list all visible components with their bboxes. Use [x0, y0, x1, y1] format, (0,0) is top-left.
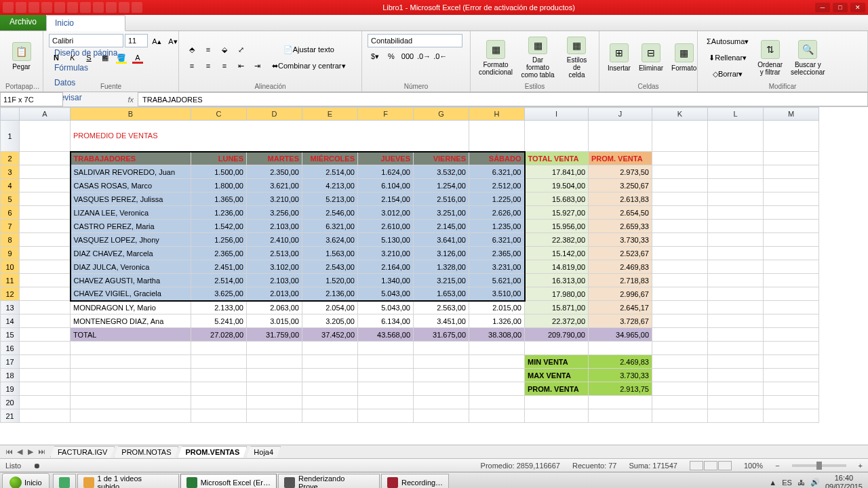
cell[interactable]: [302, 382, 358, 396]
tray-expand-icon[interactable]: ▲: [769, 479, 776, 487]
cell[interactable]: [191, 382, 247, 396]
cell[interactable]: VASQUES PEREZ, Julissa: [71, 192, 191, 206]
cell[interactable]: 3.730,33: [589, 233, 652, 247]
align-center-button[interactable]: ≡: [201, 58, 216, 73]
column-header[interactable]: A: [20, 108, 71, 121]
cell[interactable]: [708, 179, 764, 192]
align-left-button[interactable]: ≡: [184, 58, 199, 73]
cell[interactable]: [191, 369, 247, 382]
cell[interactable]: [652, 179, 708, 192]
cell[interactable]: 2.718,83: [589, 274, 652, 287]
cell[interactable]: 2.659,33: [589, 220, 652, 233]
zoom-slider[interactable]: [792, 464, 846, 467]
cell[interactable]: 2.451,00: [191, 260, 247, 274]
cell[interactable]: CHAVEZ AGUSTI, Martha: [71, 274, 191, 287]
spreadsheet[interactable]: ABCDEFGHIJKLM1PROMEDIO DE VENTAS2TRABAJA…: [0, 107, 868, 445]
row-header[interactable]: 11: [1, 274, 20, 287]
cell[interactable]: 2.365,00: [191, 247, 247, 260]
cell[interactable]: 4.213,00: [302, 179, 358, 192]
cell[interactable]: 3.641,00: [414, 233, 469, 247]
cell[interactable]: PROM. VENTA: [525, 382, 589, 396]
cell[interactable]: [191, 355, 247, 369]
qat-sort-asc-icon[interactable]: [93, 2, 104, 13]
cell[interactable]: [20, 165, 71, 179]
cell[interactable]: 2.973,50: [589, 165, 652, 179]
cell[interactable]: 2.469,83: [589, 355, 652, 369]
percent-button[interactable]: %: [384, 49, 399, 64]
cell[interactable]: MIÉRCOLES: [302, 152, 358, 165]
fill-button[interactable]: ⬇ Rellenar ▾: [703, 50, 752, 65]
cell[interactable]: 3.621,00: [247, 179, 302, 192]
cell[interactable]: [414, 355, 469, 369]
cell[interactable]: TOTAL: [71, 328, 191, 342]
zoom-out-button[interactable]: −: [775, 462, 779, 470]
cell[interactable]: [20, 328, 71, 342]
cell[interactable]: 6.321,00: [469, 165, 525, 179]
cell[interactable]: [708, 247, 764, 260]
cell[interactable]: [20, 260, 71, 274]
cell[interactable]: 3.624,00: [302, 233, 358, 247]
cell[interactable]: 3.102,00: [247, 260, 302, 274]
cell[interactable]: [764, 260, 819, 274]
wrap-text-button[interactable]: 📄 Ajustar texto: [267, 42, 351, 57]
qat-sort-desc-icon[interactable]: [106, 2, 117, 13]
cell[interactable]: [589, 342, 652, 355]
row-header[interactable]: 4: [1, 179, 20, 192]
cell[interactable]: [764, 179, 819, 192]
cell[interactable]: [764, 409, 819, 423]
cell[interactable]: [469, 342, 525, 355]
sheet-nav-last-icon[interactable]: ⏭: [37, 447, 46, 456]
cell[interactable]: [764, 192, 819, 206]
row-header[interactable]: 8: [1, 233, 20, 247]
cell[interactable]: [302, 355, 358, 369]
decrease-decimal-button[interactable]: .0←: [433, 49, 448, 64]
cell[interactable]: 2.546,00: [302, 206, 358, 220]
cell[interactable]: [302, 369, 358, 382]
cell[interactable]: 3.728,67: [589, 314, 652, 328]
cell[interactable]: LIZANA LEE, Veronica: [71, 206, 191, 220]
cell[interactable]: LUNES: [191, 152, 247, 165]
cell[interactable]: 1.365,00: [191, 192, 247, 206]
cell[interactable]: [20, 233, 71, 247]
cell[interactable]: [764, 328, 819, 342]
cell[interactable]: [20, 247, 71, 260]
cell[interactable]: [71, 342, 191, 355]
cell[interactable]: 1.340,00: [358, 274, 414, 287]
cell[interactable]: [469, 409, 525, 423]
minimize-button[interactable]: ─: [815, 3, 830, 12]
column-header[interactable]: H: [469, 108, 525, 121]
cell[interactable]: [358, 396, 414, 409]
cell[interactable]: [247, 409, 302, 423]
cell[interactable]: 2.654,50: [589, 206, 652, 220]
taskbar-item[interactable]: Renderizando Proye…: [278, 474, 380, 489]
view-break-button[interactable]: [718, 461, 732, 470]
cell[interactable]: [764, 165, 819, 179]
underline-button[interactable]: S: [81, 50, 96, 65]
cell[interactable]: PROMEDIO DE VENTAS: [71, 121, 469, 152]
qat-print-icon[interactable]: [67, 2, 78, 13]
cell[interactable]: VIERNES: [414, 152, 469, 165]
cell[interactable]: [652, 247, 708, 260]
cell[interactable]: [652, 287, 708, 301]
row-header[interactable]: 7: [1, 220, 20, 233]
cell[interactable]: 3.250,67: [589, 179, 652, 192]
cell[interactable]: [764, 396, 819, 409]
cell[interactable]: [764, 233, 819, 247]
zoom-in-button[interactable]: +: [859, 462, 863, 470]
qat-filter-icon[interactable]: [119, 2, 130, 13]
start-button[interactable]: Inicio: [2, 473, 50, 489]
qat-open-icon[interactable]: [54, 2, 65, 13]
row-header[interactable]: 5: [1, 192, 20, 206]
cell[interactable]: 2.103,00: [247, 274, 302, 287]
delete-cells-button[interactable]: ⊟Eliminar: [636, 35, 666, 80]
cell[interactable]: [358, 369, 414, 382]
cell[interactable]: 19.504,00: [525, 179, 589, 192]
cell[interactable]: 2.103,00: [247, 220, 302, 233]
cell[interactable]: 15.927,00: [525, 206, 589, 220]
row-header[interactable]: 17: [1, 355, 20, 369]
cell[interactable]: [708, 206, 764, 220]
cell[interactable]: TRABAJADORES: [71, 152, 191, 165]
conditional-format-button[interactable]: ▦Formato condicional: [476, 35, 515, 80]
tray-volume-icon[interactable]: 🔊: [810, 478, 820, 487]
taskbar-item[interactable]: 1 de 1 videos subido…: [77, 474, 179, 489]
